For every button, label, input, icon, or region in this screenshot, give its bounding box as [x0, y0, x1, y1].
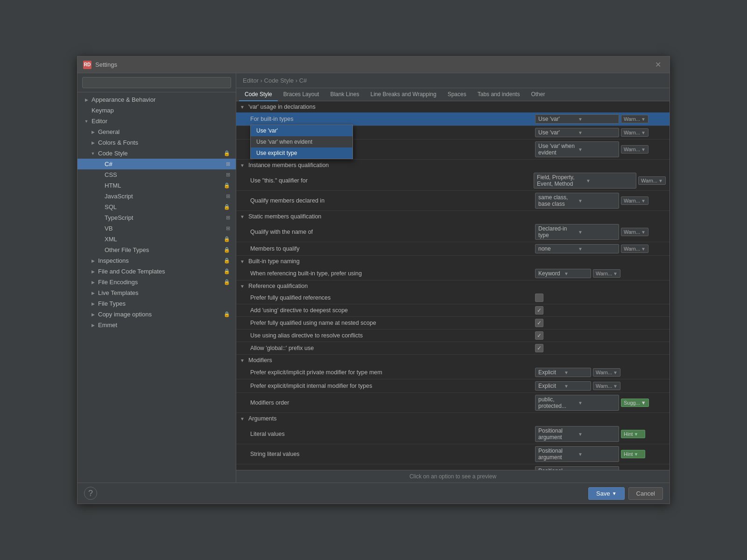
hint-badge-literal[interactable]: Hint ▼ [621, 430, 645, 438]
literal-values-dropdown[interactable]: Positional argument ▼ [535, 426, 619, 442]
setting-row-fully-qualified-nested[interactable]: Prefer fully qualified using name at nes… [236, 317, 669, 329]
sidebar-item-appearance[interactable]: ▶ Appearance & Behavior [78, 94, 236, 105]
sidebar-item-inspections[interactable]: ▶ Inspections 🔒 [78, 255, 236, 266]
warn-badge-built-in[interactable]: Warn... ▼ [621, 115, 648, 123]
sidebar-item-file-types[interactable]: ▶ File Types [78, 298, 236, 309]
sugg-badge-modifiers[interactable]: Sugg... ▼ [621, 399, 649, 407]
row-control: none ▼ Warn... ▼ [535, 244, 666, 253]
dropdown-option-use-explicit-type[interactable]: Use explicit type [251, 147, 352, 159]
simple-types-dropdown[interactable]: Use 'var' ▼ [535, 128, 619, 137]
checkbox-alias-directive[interactable]: ✓ [535, 331, 543, 340]
sidebar-item-html[interactable]: HTML 🔒 [78, 180, 236, 191]
sidebar-item-csharp[interactable]: C# ⊞ [78, 159, 236, 169]
warn-badge-members[interactable]: Warn... ▼ [621, 245, 648, 253]
setting-row-members-to-qualify[interactable]: Members to qualify none ▼ Warn... ▼ [236, 242, 669, 256]
section-builtin-naming[interactable]: ▼ Built-in type naming [236, 256, 669, 267]
tab-spaces[interactable]: Spaces [442, 88, 472, 101]
setting-row-internal-modifier[interactable]: Prefer explicit/implicit internal modifi… [236, 379, 669, 393]
warn-badge-simple[interactable]: Warn... ▼ [621, 128, 648, 137]
help-button[interactable]: ? [84, 487, 97, 500]
sidebar-item-code-style[interactable]: ▼ Code Style 🔒 [78, 148, 236, 159]
tabs-bar: Code Style Braces Layout Blank Lines Lin… [236, 88, 669, 101]
search-input[interactable] [82, 77, 231, 88]
setting-row-qualify-members[interactable]: Qualify members declared in same class, … [236, 191, 669, 211]
tab-blank-lines[interactable]: Blank Lines [324, 88, 365, 101]
warn-badge-private[interactable]: Warn... ▼ [593, 368, 620, 377]
modifiers-order-dropdown[interactable]: public, protected... ▼ [535, 395, 619, 411]
sidebar-item-javascript[interactable]: JavaScript ⊞ [78, 191, 236, 202]
checkbox-fully-qualified-nested[interactable]: ✓ [535, 319, 543, 327]
setting-row-global-prefix[interactable]: Allow 'global::' prefix use ✓ [236, 342, 669, 355]
private-modifier-dropdown[interactable]: Explicit ▼ [535, 368, 591, 377]
string-literal-dropdown[interactable]: Positional argument ▼ [535, 446, 619, 462]
warn-badge-internal[interactable]: Warn... ▼ [593, 382, 620, 390]
tab-braces-layout[interactable]: Braces Layout [278, 88, 325, 101]
sidebar-item-typescript[interactable]: TypeScript ⊞ [78, 212, 236, 223]
warn-badge-prefer-using[interactable]: Warn... ▼ [593, 269, 620, 278]
named-expressions-dropdown[interactable]: Positional argument ▼ [535, 466, 619, 470]
sidebar-item-general[interactable]: ▶ General [78, 126, 236, 137]
setting-row-built-in-types[interactable]: For built-in types Use 'var' ▼ Warn... ▼ [236, 112, 669, 126]
sidebar-item-colors-fonts[interactable]: ▶ Colors & Fonts [78, 137, 236, 148]
var-dropdown-button[interactable]: Use 'var' ▼ [535, 114, 619, 124]
internal-modifier-dropdown[interactable]: Explicit ▼ [535, 381, 591, 391]
sidebar-item-label: XML [105, 236, 222, 243]
sidebar-item-file-encodings[interactable]: ▶ File Encodings 🔒 [78, 277, 236, 287]
section-static-members[interactable]: ▼ Static members qualification [236, 211, 669, 222]
checkbox-global-prefix[interactable]: ✓ [535, 344, 543, 352]
checkbox-using-directive[interactable]: ✓ [535, 306, 543, 315]
prefer-using-dropdown[interactable]: Keyword ▼ [535, 269, 591, 278]
sidebar-item-label: CSS [105, 171, 224, 178]
sidebar-item-sql[interactable]: SQL 🔒 [78, 202, 236, 212]
setting-row-using-directive[interactable]: Add 'using' directive to deepest scope ✓ [236, 304, 669, 317]
setting-row-private-modifier[interactable]: Prefer explicit/implicit private modifie… [236, 366, 669, 379]
section-var-usage[interactable]: ▼ 'var' usage in declarations [236, 101, 669, 112]
tab-other[interactable]: Other [525, 88, 550, 101]
this-qualifier-dropdown[interactable]: Field, Property, Event, Method ▼ [534, 173, 636, 189]
warn-badge-this[interactable]: Warn... ▼ [638, 176, 666, 185]
setting-row-modifiers-order[interactable]: Modifiers order public, protected... ▼ S… [236, 393, 669, 413]
tab-code-style[interactable]: Code Style [239, 88, 278, 101]
checkbox-fully-qualified[interactable] [535, 294, 543, 302]
setting-row-prefer-using[interactable]: When referencing built-in type, prefer u… [236, 267, 669, 280]
sidebar-item-copy-image-options[interactable]: ▶ Copy image options 🔒 [78, 309, 236, 320]
sidebar-item-other-file-types[interactable]: Other File Types 🔒 [78, 245, 236, 255]
cancel-button[interactable]: Cancel [628, 487, 663, 500]
setting-row-qualify-with[interactable]: Qualify with the name of Declared-in typ… [236, 222, 669, 242]
section-modifiers[interactable]: ▼ Modifiers [236, 355, 669, 366]
setting-row-named-expressions[interactable]: Named expressions (variables, properties… [236, 464, 669, 470]
dropdown-caret-icon: ▼ [564, 384, 588, 389]
sidebar-item-live-templates[interactable]: ▶ Live Templates [78, 287, 236, 298]
save-button[interactable]: Save ▼ [588, 487, 625, 500]
setting-row-this-qualifier[interactable]: Use "this." qualifier for Field, Propert… [236, 171, 669, 191]
dropdown-option-use-var[interactable]: Use 'var' [251, 125, 352, 136]
tab-tabs-indents[interactable]: Tabs and indents [472, 88, 526, 101]
warn-badge-qualify-with[interactable]: Warn... ▼ [621, 228, 648, 236]
qualify-with-dropdown[interactable]: Declared-in type ▼ [535, 224, 619, 240]
setting-row-alias-directive[interactable]: Use using alias directive to resolve con… [236, 329, 669, 342]
tab-line-breaks[interactable]: Line Breaks and Wrapping [365, 88, 442, 101]
section-arguments[interactable]: ▼ Arguments [236, 413, 669, 424]
warn-badge-qualify[interactable]: Warn... ▼ [621, 196, 648, 205]
setting-row-fully-qualified[interactable]: Prefer fully qualified references [236, 292, 669, 304]
qualify-members-dropdown[interactable]: same class, base class ▼ [535, 193, 619, 209]
sidebar-item-vb[interactable]: VB ⊞ [78, 223, 236, 234]
sidebar-item-xml[interactable]: XML 🔒 [78, 234, 236, 245]
setting-row-string-literal[interactable]: String literal values Positional argumen… [236, 444, 669, 464]
section-instance-members[interactable]: ▼ Instance members qualification [236, 160, 669, 171]
sidebar-item-emmet[interactable]: ▶ Emmet [78, 320, 236, 330]
sidebar-item-css[interactable]: CSS ⊞ [78, 169, 236, 180]
hint-badge-string[interactable]: Hint ▼ [621, 450, 645, 458]
sidebar-item-editor[interactable]: ▼ Editor [78, 116, 236, 126]
sidebar-item-file-code-templates[interactable]: ▶ File and Code Templates 🔒 [78, 266, 236, 277]
dropdown-option-use-var-evident[interactable]: Use 'var' when evident [251, 136, 352, 147]
elsewhere-dropdown[interactable]: Use 'var' when evident ▼ [535, 141, 619, 157]
members-to-qualify-dropdown[interactable]: none ▼ [535, 244, 619, 253]
setting-row-literal-values[interactable]: Literal values Positional argument ▼ Hin… [236, 424, 669, 444]
close-button[interactable]: ✕ [652, 59, 664, 70]
section-ref-qualification[interactable]: ▼ Reference qualification [236, 280, 669, 292]
arrow-icon [96, 193, 103, 200]
warn-badge-elsewhere[interactable]: Warn... ▼ [621, 145, 648, 154]
warn-label: Warn... [596, 370, 612, 375]
sidebar-item-keymap[interactable]: Keymap [78, 105, 236, 116]
